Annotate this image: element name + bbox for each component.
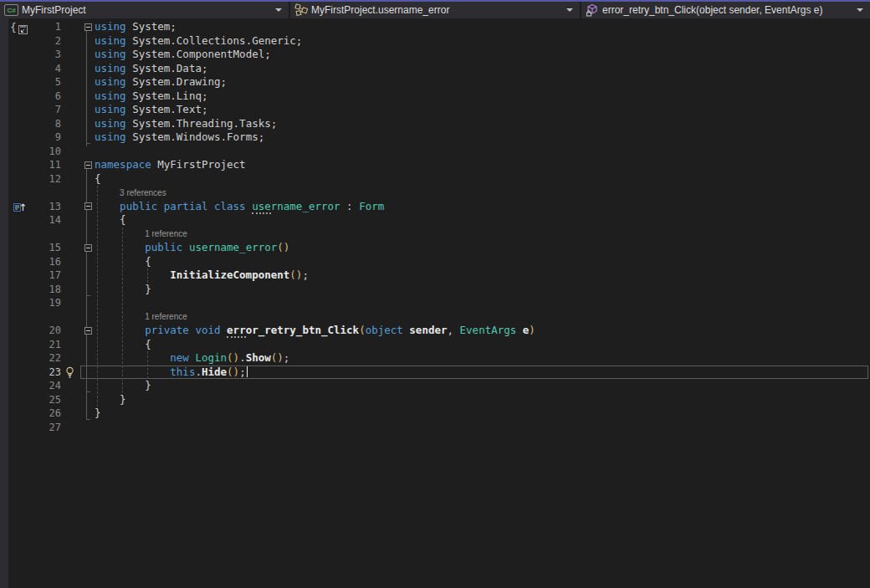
line-number[interactable]: 8 — [0, 118, 61, 130]
code-line[interactable]: 13 public partial class username_error :… — [0, 200, 870, 214]
line-number[interactable]: 11 — [0, 159, 61, 171]
line-number[interactable]: 23 — [0, 366, 61, 378]
code-token: . — [239, 351, 246, 364]
line-number[interactable]: 12 — [0, 173, 61, 185]
codelens-references-link[interactable]: 1 reference — [95, 229, 187, 238]
line-number[interactable]: 6 — [0, 90, 61, 102]
line-number[interactable]: 20 — [0, 325, 61, 336]
line-number[interactable]: 1 — [0, 21, 61, 33]
code-text: using System; — [95, 20, 870, 34]
code-line[interactable]: 25 } — [0, 393, 870, 407]
inheritance-icon[interactable] — [13, 202, 25, 212]
indent-guide — [147, 268, 148, 283]
code-line[interactable]: 4using System.Data; — [0, 62, 870, 76]
line-number[interactable]: 9 — [0, 131, 61, 143]
fold-margin — [81, 202, 95, 210]
codelens-row[interactable]: 3 references — [0, 186, 870, 200]
line-number[interactable]: 19 — [0, 297, 61, 309]
codelens-references-link[interactable]: 3 references — [95, 188, 166, 197]
code-line[interactable]: 19 — [0, 296, 870, 310]
code-line[interactable]: 24 } — [0, 379, 870, 393]
code-text: } — [95, 283, 870, 297]
line-number[interactable]: 10 — [0, 146, 61, 157]
class-icon — [294, 3, 308, 17]
line-number[interactable]: 2 — [0, 35, 61, 47]
line-number[interactable]: 25 — [0, 394, 61, 406]
code-token — [95, 268, 170, 281]
code-line[interactable]: 17 InitializeComponent(); — [0, 268, 870, 283]
collapse-region-button[interactable] — [84, 327, 92, 335]
line-number[interactable]: 16 — [0, 256, 61, 268]
chevron-down-icon[interactable] — [275, 8, 282, 12]
code-text: using System.Collections.Generic; — [95, 34, 870, 49]
code-line[interactable]: 5using System.Drawing; — [0, 75, 870, 89]
line-number[interactable]: 14 — [0, 214, 61, 226]
line-number[interactable]: 15 — [0, 242, 61, 253]
code-line[interactable]: 7using System.Text; — [0, 103, 870, 117]
codelens-text[interactable]: 1 reference — [95, 309, 870, 325]
code-line[interactable]: 3using System.ComponentModel; — [0, 48, 870, 62]
code-rows: 1using System;2using System.Collections.… — [0, 20, 870, 434]
code-line[interactable]: 14 { — [0, 213, 870, 228]
code-line[interactable]: 11namespace MyFirstProject — [0, 158, 870, 172]
csharp-project-icon: C# — [4, 4, 18, 16]
code-line[interactable]: 22 new Login().Show(); — [0, 351, 870, 366]
code-token: () — [289, 268, 302, 281]
chevron-down-icon[interactable] — [857, 8, 863, 12]
codelens-references-link[interactable]: 1 reference — [95, 312, 187, 321]
line-number[interactable]: 27 — [0, 422, 61, 433]
codelens-text[interactable]: 1 reference — [95, 227, 870, 242]
chevron-down-icon[interactable] — [566, 8, 573, 12]
code-line[interactable]: 9using System.Windows.Forms; — [0, 130, 870, 145]
line-number[interactable]: 7 — [0, 104, 61, 115]
project-dropdown[interactable]: C# MyFirstProject — [0, 2, 289, 18]
code-line[interactable]: 27 — [0, 421, 870, 435]
line-number[interactable]: 22 — [0, 352, 61, 364]
collapse-region-button[interactable] — [84, 23, 92, 31]
code-text: private void error_retry_btn_Click(objec… — [95, 324, 870, 338]
line-number[interactable]: 4 — [0, 63, 61, 74]
collapse-region-button[interactable] — [84, 161, 92, 169]
codelens-text[interactable]: 3 references — [95, 186, 870, 201]
code-token: void — [195, 324, 220, 336]
code-token: } — [95, 393, 126, 406]
code-token: System.Text; — [126, 103, 208, 115]
codelens-row[interactable]: 1 reference — [0, 228, 870, 242]
code-line[interactable]: 26} — [0, 406, 870, 421]
code-line[interactable]: 20 private void error_retry_btn_Click(ob… — [0, 324, 870, 338]
code-token: using — [95, 103, 126, 115]
code-line[interactable]: 2using System.Collections.Generic; — [0, 34, 870, 49]
collapse-region-button[interactable] — [84, 202, 92, 210]
code-line[interactable]: 6using System.Linq; — [0, 89, 870, 104]
code-token: System; — [126, 20, 177, 33]
line-number[interactable]: 17 — [0, 269, 61, 281]
code-text: { — [95, 338, 870, 352]
code-line[interactable]: 12{ — [0, 172, 870, 187]
collapse-region-button[interactable] — [84, 244, 92, 252]
code-line[interactable]: 15 public username_error() — [0, 241, 870, 255]
type-dropdown[interactable]: MyFirstProject.username_error — [290, 2, 580, 18]
member-dropdown[interactable]: error_retry_btn_Click(object sender, Eve… — [581, 2, 870, 18]
line-number[interactable]: 24 — [0, 380, 61, 391]
code-line[interactable]: 8using System.Threading.Tasks; — [0, 117, 870, 131]
line-number[interactable]: 5 — [0, 76, 61, 88]
code-token — [182, 241, 189, 253]
lightbulb-icon[interactable] — [61, 366, 81, 378]
line-number[interactable]: 13 — [0, 201, 61, 212]
code-line[interactable]: 16 { — [0, 255, 870, 269]
code-line[interactable]: 18 } — [0, 283, 870, 297]
code-line[interactable]: 1using System; — [0, 20, 870, 34]
line-number[interactable]: 26 — [0, 407, 61, 419]
line-number[interactable]: 18 — [0, 284, 61, 295]
line-number[interactable]: 21 — [0, 339, 61, 350]
codelens-row[interactable]: 1 reference — [0, 310, 870, 325]
code-line[interactable]: 21 { — [0, 338, 870, 352]
code-token: using — [95, 20, 126, 33]
code-token: { — [95, 213, 126, 226]
code-token: { — [95, 172, 101, 185]
code-line[interactable]: 10 — [0, 145, 870, 159]
code-editor-window: C# MyFirstProject MyFirstProject.usernam… — [0, 0, 870, 588]
code-line[interactable]: 23 this.Hide(); — [0, 366, 870, 380]
outline-corner — [86, 419, 90, 420]
line-number[interactable]: 3 — [0, 49, 61, 60]
